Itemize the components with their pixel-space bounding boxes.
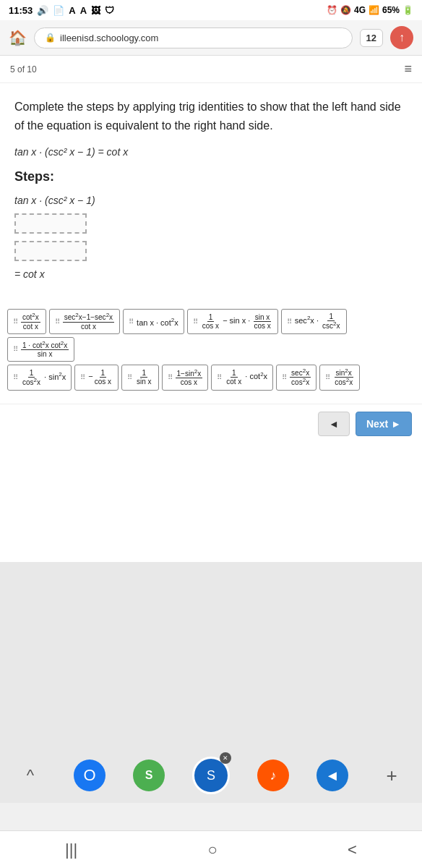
tiles-section: ⠿ cot2xcot x ⠿ sec2x−1−sec2xcot x ⠿ tan … bbox=[0, 305, 422, 400]
font-a-icon: A bbox=[69, 5, 75, 16]
blue-icon[interactable]: ◄ bbox=[316, 760, 348, 791]
signal-text: 4G bbox=[354, 5, 366, 15]
tile-12[interactable]: ⠿ sec2xcos2x bbox=[276, 365, 316, 391]
home-icon[interactable]: 🏠 bbox=[9, 29, 27, 46]
tile-12-content: sec2xcos2x bbox=[290, 368, 311, 387]
shield-icon: 🛡 bbox=[105, 5, 114, 16]
tile-2[interactable]: ⠿ sec2x−1−sec2xcot x bbox=[49, 309, 120, 333]
tile-5[interactable]: ⠿ sec2x · 1csc2x bbox=[281, 309, 348, 333]
menu-nav-icon[interactable]: ||| bbox=[65, 841, 77, 859]
drag-handle: ⠿ bbox=[13, 373, 18, 381]
lock-icon: 🔒 bbox=[45, 33, 56, 43]
status-right: ⏰ 🔕 4G 📶 65% 🔋 bbox=[327, 5, 413, 15]
progress-text: 5 of 10 bbox=[10, 64, 37, 75]
wifi-icon: 📶 bbox=[369, 5, 379, 15]
tile-2-content: sec2x−1−sec2xcot x bbox=[63, 312, 114, 330]
volume-icon: 🔊 bbox=[37, 5, 48, 16]
tab-badge[interactable]: 12 bbox=[360, 29, 383, 47]
tile-9[interactable]: ⠿ 1sin x bbox=[121, 365, 159, 391]
tile-11-content: 1cot x · cot2x bbox=[225, 369, 267, 386]
url-bar[interactable]: 🔒 illeenisd.schoology.com bbox=[34, 27, 353, 48]
drag-handle: ⠿ bbox=[168, 373, 173, 381]
tile-7[interactable]: ⠿ 1cos2x · sin2x bbox=[7, 365, 72, 391]
browser-bar: 🏠 🔒 illeenisd.schoology.com 12 ↑ bbox=[0, 20, 422, 56]
step-1: tan x · (csc² x − 1) bbox=[14, 195, 408, 206]
dock-bar: ^ O S S ✕ ♪ ◄ + bbox=[0, 748, 422, 803]
time: 11:53 bbox=[9, 5, 33, 16]
battery-icon: 🔋 bbox=[402, 5, 413, 15]
tile-6-content: 1 · cot2x cot2xsin x bbox=[21, 341, 69, 358]
drag-handle: ⠿ bbox=[13, 318, 18, 326]
file-icon: 📄 bbox=[53, 5, 64, 16]
prev-button[interactable]: ◄ bbox=[318, 412, 350, 436]
drop-box-1[interactable] bbox=[14, 213, 87, 234]
home-nav-icon[interactable]: ○ bbox=[207, 841, 217, 859]
close-icon[interactable]: ✕ bbox=[220, 752, 231, 764]
tile-13[interactable]: ⠿ sin2xcos2x bbox=[319, 365, 360, 391]
tile-4[interactable]: ⠿ 1cos x − sin x · sin xcos x bbox=[187, 309, 278, 333]
tile-6[interactable]: ⠿ 1 · cot2x cot2xsin x bbox=[7, 337, 74, 362]
tile-10[interactable]: ⠿ 1−sin2xcos x bbox=[162, 365, 209, 391]
drag-handle: ⠿ bbox=[325, 373, 330, 381]
question-area: Complete the steps by applying trig iden… bbox=[0, 83, 422, 305]
tiles-row-1: ⠿ cot2xcot x ⠿ sec2x−1−sec2xcot x ⠿ tan … bbox=[7, 309, 415, 362]
tile-9-content: 1sin x bbox=[135, 369, 153, 386]
tile-1[interactable]: ⠿ cot2xcot x bbox=[7, 309, 46, 333]
drag-handle: ⠿ bbox=[13, 345, 18, 353]
question-text: Complete the steps by applying trig iden… bbox=[14, 98, 408, 135]
tile-5-content: sec2x · 1csc2x bbox=[295, 312, 342, 330]
schoology-icon[interactable]: S bbox=[133, 760, 165, 791]
content-topbar: 5 of 10 ≡ bbox=[0, 56, 422, 83]
steps-label: Steps: bbox=[14, 169, 408, 184]
tile-11[interactable]: ⠿ 1cot x · cot2x bbox=[211, 365, 273, 391]
drop-box-2[interactable] bbox=[14, 241, 87, 261]
equals-cot: = cot x bbox=[14, 268, 408, 280]
battery-text: 65% bbox=[382, 5, 400, 15]
plus-icon[interactable]: + bbox=[376, 760, 408, 791]
tile-4-content: 1cos x − sin x · sin xcos x bbox=[201, 313, 272, 330]
bottom-section bbox=[0, 562, 422, 750]
upload-button[interactable]: ↑ bbox=[390, 26, 413, 49]
drag-handle: ⠿ bbox=[127, 373, 132, 381]
next-button[interactable]: Next ► bbox=[356, 412, 412, 436]
drag-handle: ⠿ bbox=[80, 373, 85, 381]
tile-10-content: 1−sin2xcos x bbox=[176, 369, 203, 386]
status-left: 11:53 🔊 📄 A A 🖼 🛡 bbox=[9, 5, 114, 16]
main-content: 5 of 10 ≡ Complete the steps by applying… bbox=[0, 56, 422, 562]
drag-handle: ⠿ bbox=[129, 318, 134, 326]
url-text: illeenisd.schoology.com bbox=[60, 33, 158, 43]
steps-area: tan x · (csc² x − 1) = cot x bbox=[14, 195, 408, 297]
tile-13-content: sin2xcos2x bbox=[333, 368, 354, 387]
nav-area: ◄ Next ► bbox=[0, 404, 422, 443]
status-bar: 11:53 🔊 📄 A A 🖼 🛡 ⏰ 🔕 4G 📶 65% 🔋 bbox=[0, 0, 422, 20]
equation-main: tan x · (csc² x − 1) = cot x bbox=[14, 146, 408, 158]
drag-handle: ⠿ bbox=[282, 373, 287, 381]
outlook-icon[interactable]: O bbox=[74, 760, 106, 791]
font-a2-icon: A bbox=[80, 5, 87, 16]
tiles-row-2: ⠿ 1cos2x · sin2x ⠿ −1cos x ⠿ 1sin x ⠿ bbox=[7, 365, 415, 391]
tile-8[interactable]: ⠿ −1cos x bbox=[74, 365, 119, 391]
tile-1-content: cot2xcot x bbox=[21, 312, 40, 330]
tile-3-content: tan x · cot2x bbox=[137, 317, 178, 327]
tile-3[interactable]: ⠿ tan x · cot2x bbox=[123, 309, 184, 333]
tile-7-content: 1cos2x · sin2x bbox=[21, 369, 66, 386]
drag-handle: ⠿ bbox=[217, 373, 222, 381]
drag-handle: ⠿ bbox=[287, 318, 292, 326]
alarm-icon: ⏰ bbox=[327, 5, 337, 15]
image-icon: 🖼 bbox=[91, 5, 100, 16]
back-nav-icon[interactable]: < bbox=[348, 841, 357, 859]
nav-bottom-bar: ||| ○ < bbox=[0, 830, 422, 868]
tile-8-content: −1cos x bbox=[88, 369, 113, 386]
mute-icon: 🔕 bbox=[340, 5, 351, 15]
drag-handle: ⠿ bbox=[193, 318, 198, 326]
menu-icon[interactable]: ≡ bbox=[404, 61, 412, 77]
chevron-up-icon[interactable]: ^ bbox=[14, 760, 46, 791]
soundcloud-icon[interactable]: ♪ bbox=[257, 760, 289, 791]
drag-handle: ⠿ bbox=[55, 318, 60, 326]
